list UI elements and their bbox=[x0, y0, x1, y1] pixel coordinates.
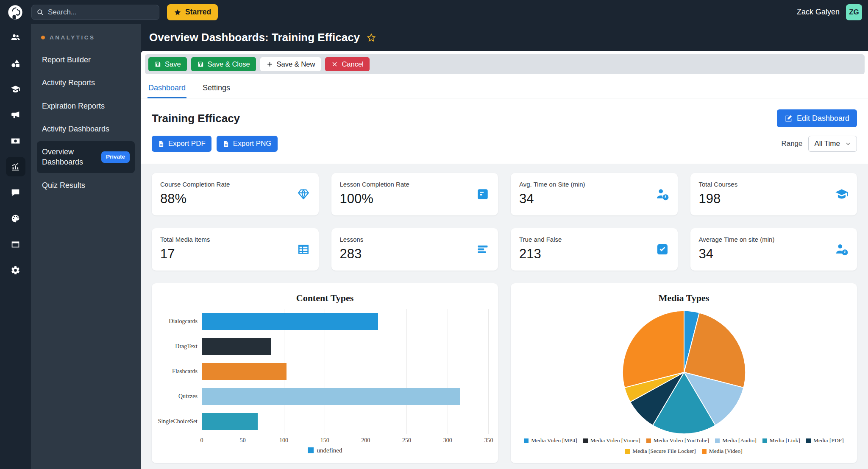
search-input[interactable] bbox=[31, 5, 159, 20]
megaphone-icon bbox=[11, 110, 20, 120]
kpi-card-avg-time-on-site-min: Avg. Time on Site (min)34 bbox=[511, 173, 678, 215]
gem-icon bbox=[297, 187, 310, 201]
edit-dashboard-button[interactable]: Edit Dashboard bbox=[777, 109, 857, 127]
bar-legend[interactable]: undefined bbox=[161, 445, 489, 455]
rail-item-graduation-cap[interactable] bbox=[6, 79, 25, 99]
bar-x-axis: 050100150200250300350 bbox=[202, 434, 489, 445]
bar-flashcards[interactable] bbox=[202, 363, 287, 380]
rail-item-gear[interactable] bbox=[6, 260, 25, 280]
kpi-label: Avg. Time on Site (min) bbox=[519, 181, 669, 188]
kpi-value: 100% bbox=[340, 191, 490, 207]
sidebar-menu: ANALYTICS Report BuilderActivity Reports… bbox=[31, 24, 141, 469]
legend-swatch bbox=[646, 438, 651, 443]
rail-item-palette[interactable] bbox=[6, 209, 25, 228]
pie-legend-item-media-video-youtube[interactable]: Media Video [YouTube] bbox=[646, 437, 709, 444]
page-title: Overview Dashboards: Training Efficacy bbox=[149, 31, 360, 44]
rail-item-chat[interactable] bbox=[6, 183, 25, 202]
money-icon bbox=[11, 136, 20, 146]
bar-dragtext[interactable] bbox=[202, 338, 271, 355]
sidebar-item-expiration-reports[interactable]: Expiration Reports bbox=[37, 95, 135, 117]
sidebar-item-label: Report Builder bbox=[42, 55, 91, 65]
pie-legend-item-media-pdf[interactable]: Media [PDF] bbox=[806, 437, 844, 444]
table-icon bbox=[297, 243, 310, 256]
legend-label: undefined bbox=[317, 447, 342, 454]
bar-category-label: Quizzes bbox=[161, 384, 202, 409]
kpi-value: 88% bbox=[160, 191, 310, 207]
kpi-card-total-courses: Total Courses198 bbox=[690, 173, 857, 215]
action-toolbar: Save Save & Close Save & New Cancel bbox=[145, 54, 865, 74]
pie-legend-item-media-audio[interactable]: Media [Audio] bbox=[715, 437, 757, 444]
kpi-label: Total Courses bbox=[699, 181, 849, 188]
export-png-button[interactable]: Export PNG bbox=[217, 136, 278, 152]
bar-dialogcards[interactable] bbox=[202, 313, 378, 330]
check-square-icon bbox=[656, 243, 669, 256]
bar-quizzes[interactable] bbox=[202, 388, 460, 405]
pie-legend-item-media-secure-file-locker[interactable]: Media [Secure File Locker] bbox=[625, 448, 696, 455]
save-new-button[interactable]: Save & New bbox=[260, 57, 321, 71]
pie-legend-item-media-link[interactable]: Media [Link] bbox=[762, 437, 800, 444]
legend-swatch bbox=[524, 438, 529, 443]
sidebar-item-label: Expiration Reports bbox=[42, 101, 105, 111]
pie-legend-item-media-video-vimeo[interactable]: Media Video [Vimeo] bbox=[583, 437, 640, 444]
rail-item-window[interactable] bbox=[6, 234, 25, 254]
window-icon bbox=[11, 240, 20, 249]
kpi-card-average-time-on-site-min: Average Time on site (min)34 bbox=[690, 228, 857, 271]
legend-swatch bbox=[583, 438, 588, 443]
kpi-label: Lesson Completion Rate bbox=[340, 181, 490, 188]
user-name: Zack Galyen bbox=[797, 8, 840, 17]
export-pdf-label: Export PDF bbox=[168, 140, 206, 148]
table-icon bbox=[297, 243, 310, 256]
search-icon bbox=[36, 8, 45, 17]
kpi-value: 198 bbox=[699, 191, 849, 207]
rail-item-money[interactable] bbox=[6, 131, 25, 151]
starred-button[interactable]: Starred bbox=[167, 4, 218, 20]
graduation-cap-icon bbox=[835, 187, 849, 201]
rail-item-users[interactable] bbox=[6, 28, 25, 47]
favorite-star-icon[interactable] bbox=[366, 33, 376, 43]
media-types-chart-card: Media Types Media Video [MP4]Media Video… bbox=[511, 283, 857, 463]
charts-grid: Content Types DialogcardsDragTextFlashca… bbox=[152, 283, 857, 463]
rail-item-megaphone[interactable] bbox=[6, 105, 25, 125]
sidebar-item-report-builder[interactable]: Report Builder bbox=[37, 49, 135, 70]
sidebar-item-activity-dashboards[interactable]: Activity Dashboards bbox=[37, 118, 135, 140]
legend-label: Media [Link] bbox=[770, 437, 800, 444]
cancel-button[interactable]: Cancel bbox=[325, 57, 369, 71]
sidebar-item-activity-reports[interactable]: Activity Reports bbox=[37, 72, 135, 93]
bar-category-label: SingleChoiceSet bbox=[161, 409, 202, 434]
dashboard-title: Training Efficacy bbox=[152, 112, 240, 125]
shapes-icon bbox=[11, 59, 20, 68]
sidebar-item-label: Activity Reports bbox=[42, 78, 95, 88]
bar-singlechoiceset[interactable] bbox=[202, 413, 258, 430]
export-pdf-button[interactable]: Export PDF bbox=[152, 136, 211, 152]
pie-legend-item-media-video-mp4[interactable]: Media Video [MP4] bbox=[524, 437, 577, 444]
x-tick-label: 100 bbox=[279, 437, 288, 444]
file-png-icon bbox=[223, 140, 230, 148]
sidebar-item-overview-dashboards[interactable]: Overview DashboardsPrivate bbox=[37, 141, 135, 173]
pie-legend-item-media-video[interactable]: Media [Video] bbox=[702, 448, 743, 455]
rail-item-shapes[interactable] bbox=[6, 53, 25, 73]
global-search bbox=[31, 5, 159, 20]
save-close-button[interactable]: Save & Close bbox=[191, 57, 256, 71]
tab-dashboard[interactable]: Dashboard bbox=[147, 80, 186, 98]
rail-item-analytics-chart[interactable] bbox=[6, 157, 25, 176]
sidebar-item-label: Overview Dashboards bbox=[42, 147, 98, 168]
kpi-label: Lessons bbox=[340, 236, 490, 243]
user-avatar[interactable]: ZG bbox=[846, 4, 862, 20]
sidebar-item-quiz-results[interactable]: Quiz Results bbox=[37, 175, 135, 196]
app-logo-elephant-icon[interactable] bbox=[7, 4, 24, 21]
tab-settings[interactable]: Settings bbox=[202, 80, 231, 98]
user-clock-icon bbox=[656, 187, 669, 201]
save-icon bbox=[197, 61, 204, 68]
content-types-chart-card: Content Types DialogcardsDragTextFlashca… bbox=[152, 283, 498, 463]
legend-label: Media [Secure File Locker] bbox=[632, 448, 696, 455]
sidebar-items: Report BuilderActivity ReportsExpiration… bbox=[37, 49, 135, 196]
gear-icon bbox=[11, 265, 20, 275]
bar-row bbox=[202, 359, 488, 384]
users-icon bbox=[11, 33, 20, 42]
gem-icon bbox=[297, 187, 310, 201]
range-select[interactable]: All Time bbox=[808, 136, 857, 152]
starred-label: Starred bbox=[185, 8, 211, 17]
save-button[interactable]: Save bbox=[148, 57, 187, 71]
form-icon bbox=[476, 187, 490, 201]
legend-swatch bbox=[806, 438, 811, 443]
